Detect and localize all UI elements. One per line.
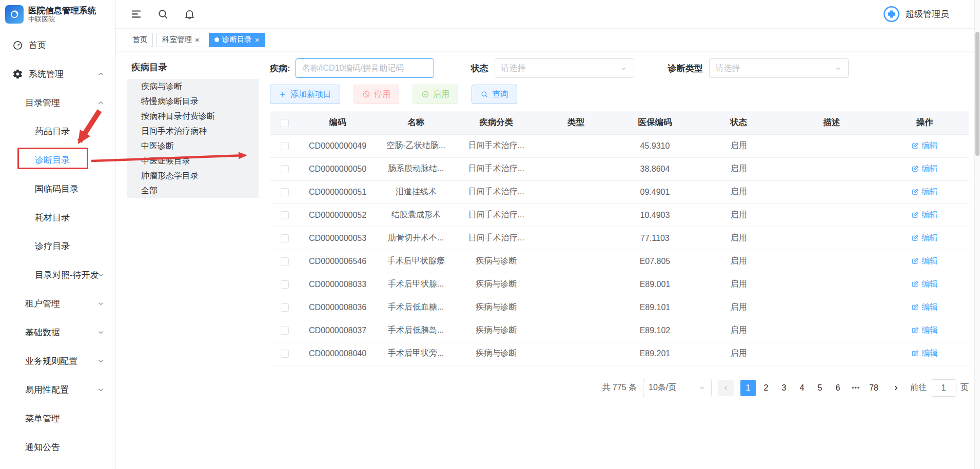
page-number[interactable]: 78 [866, 380, 881, 396]
goto-page-input[interactable] [931, 379, 956, 397]
row-checkbox[interactable] [281, 280, 289, 289]
page-number[interactable]: 6 [830, 380, 846, 396]
disable-button[interactable]: 停用 [354, 85, 399, 104]
collapse-menu-icon[interactable] [130, 8, 142, 20]
sidebar-item-label: 首页 [29, 39, 46, 51]
chevron-down-icon [96, 299, 105, 308]
cell-category: 疾病与诊断 [456, 250, 537, 273]
tab-diagnosis-catalog[interactable]: 诊断目录 × [209, 33, 265, 47]
sidebar-item-home[interactable]: 首页 [0, 31, 115, 59]
column-header-type: 类型 [537, 111, 615, 134]
edit-button[interactable]: 编辑 [911, 210, 938, 220]
edit-button[interactable]: 编辑 [911, 164, 938, 174]
scrollbar-thumb[interactable] [975, 32, 979, 156]
row-checkbox[interactable] [281, 165, 289, 173]
prev-page-button[interactable] [718, 380, 734, 396]
sidebar-item-basic-data[interactable]: 基础数据 [0, 318, 115, 346]
catalog-item[interactable]: 中医证候目录 [127, 153, 259, 168]
cell-status: 启用 [695, 250, 783, 273]
row-checkbox[interactable] [281, 188, 289, 196]
user-menu[interactable]: 超级管理员 [883, 5, 949, 23]
cell-name: 手术后甲状腺瘘 [376, 250, 456, 273]
sidebar-item-menu-management[interactable]: 菜单管理 [0, 404, 115, 433]
select-all-checkbox[interactable] [281, 119, 289, 127]
page-ellipsis[interactable]: ••• [848, 380, 864, 396]
sidebar-item-catalog-management[interactable]: 目录管理 [0, 88, 115, 117]
page-number[interactable]: 4 [794, 380, 810, 396]
page-number[interactable]: 5 [812, 380, 828, 396]
bell-icon[interactable] [184, 8, 195, 20]
sidebar-item-diagnosis-catalog[interactable]: 诊断目录 [0, 146, 115, 174]
edit-label: 编辑 [922, 164, 938, 174]
catalog-item[interactable]: 日间手术治疗病种 [127, 124, 259, 138]
sidebar-item-business-rules[interactable]: 业务规则配置 [0, 346, 115, 375]
cell-type [537, 342, 615, 365]
row-checkbox[interactable] [281, 327, 289, 335]
row-checkbox[interactable] [281, 211, 289, 219]
edit-button[interactable]: 编辑 [911, 279, 938, 290]
next-page-button[interactable] [888, 380, 904, 396]
status-select-value: 请选择 [501, 63, 526, 74]
circle-slash-icon [362, 90, 370, 98]
tab-home[interactable]: 首页 [127, 33, 153, 47]
vertical-scrollbar[interactable] [974, 0, 980, 469]
edit-button[interactable]: 编辑 [911, 348, 938, 359]
sidebar-item-catalog-mapping[interactable]: 目录对照-待开发 [0, 260, 115, 289]
catalog-item[interactable]: 特慢病诊断目录 [127, 94, 259, 109]
edit-button[interactable]: 编辑 [911, 302, 938, 313]
sidebar-item-usability-config[interactable]: 易用性配置 [0, 375, 115, 404]
sidebar-item-treatment-catalog[interactable]: 诊疗目录 [0, 232, 115, 260]
diagnosis-table: 编码 名称 疾病分类 类型 医保编码 状态 描述 操作 CD00000000 [270, 111, 969, 365]
page-number[interactable]: 1 [740, 380, 756, 396]
sidebar-item-drug-catalog[interactable]: 药品目录 [0, 117, 115, 146]
edit-button[interactable]: 编辑 [911, 140, 938, 151]
avatar [883, 5, 900, 23]
chevron-down-icon [96, 271, 105, 279]
cell-status: 启用 [695, 227, 783, 250]
sidebar-item-system-management[interactable]: 系统管理 [0, 59, 115, 88]
sidebar-item-consumables-catalog[interactable]: 耗材目录 [0, 203, 115, 232]
cell-category: 日间手术治疗... [456, 157, 537, 180]
edit-button[interactable]: 编辑 [911, 187, 938, 197]
sidebar-item-national-code-catalog[interactable]: 国临码目录 [0, 174, 115, 203]
status-select[interactable]: 请选择 [495, 58, 634, 78]
row-checkbox[interactable] [281, 234, 289, 242]
disable-label: 停用 [374, 89, 390, 100]
close-icon[interactable]: × [255, 36, 260, 44]
edit-label: 编辑 [922, 348, 938, 359]
table-row: CD0000008040 手术后甲状旁... 疾病与诊断 E89.201 启用 … [270, 342, 969, 365]
page-size-select[interactable]: 10条/页 [643, 379, 712, 397]
search-icon [480, 90, 488, 98]
add-item-button[interactable]: 添加新项目 [270, 85, 340, 104]
sidebar-item-label: 租户管理 [25, 298, 60, 310]
query-button[interactable]: 查询 [472, 85, 517, 104]
catalog-item[interactable]: 中医诊断 [127, 138, 259, 153]
row-checkbox[interactable] [281, 350, 289, 358]
sidebar-item-label: 菜单管理 [25, 413, 60, 424]
sidebar-item-notice[interactable]: 通知公告 [0, 433, 115, 461]
tab-department-management[interactable]: 科室管理 × [156, 33, 205, 47]
enable-button[interactable]: 启用 [413, 85, 458, 104]
cell-insurance-code: E89.102 [615, 319, 695, 342]
catalog-item[interactable]: 全部 [127, 183, 259, 198]
disease-search-input[interactable] [296, 58, 434, 78]
edit-button[interactable]: 编辑 [911, 325, 938, 336]
page-number[interactable]: 3 [776, 380, 792, 396]
close-icon[interactable]: × [195, 36, 200, 44]
row-checkbox[interactable] [281, 142, 289, 150]
row-checkbox[interactable] [281, 257, 289, 266]
edit-button[interactable]: 编辑 [911, 233, 938, 243]
catalog-item[interactable]: 按病种目录付费诊断 [127, 109, 259, 124]
sidebar-item-tenant-management[interactable]: 租户管理 [0, 289, 115, 318]
catalog-item[interactable]: 肿瘤形态学目录 [127, 168, 259, 183]
dashboard-icon [12, 40, 23, 51]
sidebar-menu: 首页 系统管理 目录管理 药品目录 诊断目 [0, 29, 115, 469]
search-icon[interactable] [157, 8, 169, 20]
work-area: 疾病: 状态 请选择 诊断类型 请选择 [270, 58, 969, 469]
page-number[interactable]: 2 [758, 380, 774, 396]
cell-insurance-code: E89.101 [615, 296, 695, 319]
catalog-item[interactable]: 疾病与诊断 [127, 79, 259, 94]
diagnosis-type-select[interactable]: 请选择 [709, 58, 849, 78]
row-checkbox[interactable] [281, 303, 289, 312]
edit-button[interactable]: 编辑 [911, 256, 938, 267]
